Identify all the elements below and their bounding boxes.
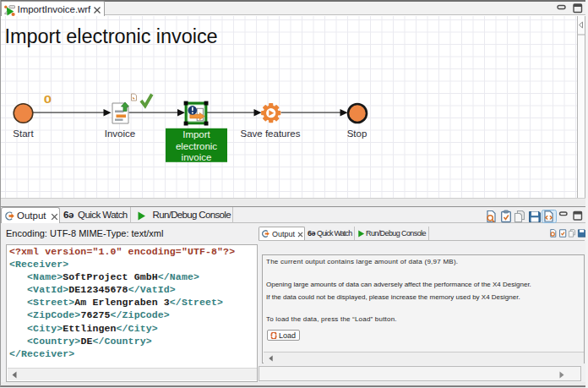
svg-text:invoice: invoice — [182, 152, 212, 162]
svg-text:Import: Import — [182, 129, 210, 139]
svg-text:Start: Start — [13, 128, 34, 139]
svg-text:Invoice: Invoice — [105, 128, 135, 139]
svg-text:Stop: Stop — [347, 128, 368, 139]
svg-text:electronic: electronic — [176, 141, 217, 151]
svg-text:Save features: Save features — [241, 128, 301, 139]
svg-text:0: 0 — [44, 93, 52, 106]
